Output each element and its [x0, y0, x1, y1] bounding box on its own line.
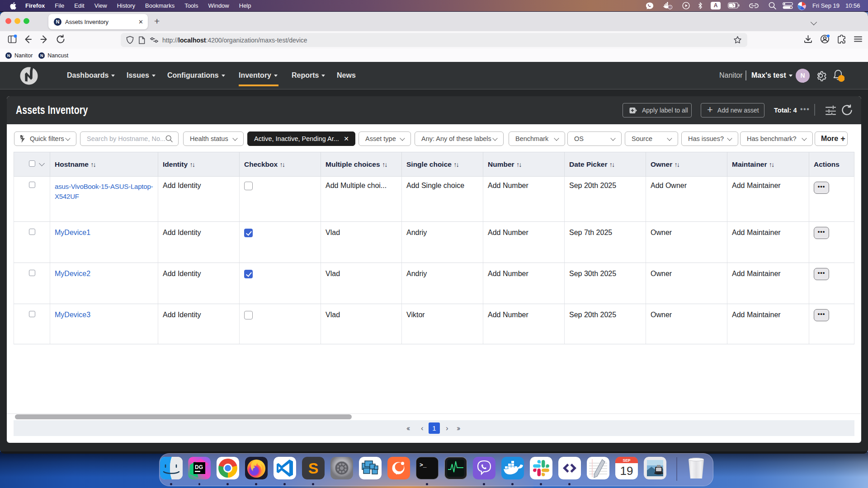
- svg-text:S: S: [308, 460, 318, 477]
- svg-text:19: 19: [620, 464, 633, 478]
- svg-text:DG: DG: [195, 464, 203, 470]
- svg-text:>_: >_: [420, 462, 427, 469]
- svg-text:SEP: SEP: [623, 458, 630, 463]
